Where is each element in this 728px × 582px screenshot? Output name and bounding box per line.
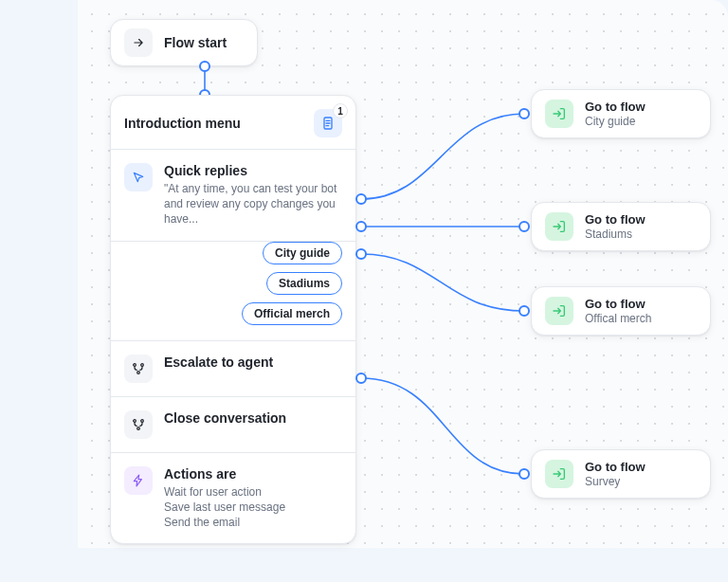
goto-label: Go to flow (585, 297, 651, 311)
goto-city-guide-node[interactable]: Go to flow City guide (531, 89, 711, 138)
close-conversation-block[interactable]: Close conversation (111, 397, 355, 453)
quick-replies-block[interactable]: Quick replies "At any time, you can test… (111, 150, 355, 242)
port-chip-official-merch[interactable] (355, 248, 367, 260)
svg-point-4 (134, 419, 136, 422)
goto-official-merch-sub: Offical merch (585, 312, 651, 325)
actions-title: Actions are (164, 466, 285, 482)
port-goto-stadiums-in[interactable] (519, 221, 530, 232)
intro-menu-node[interactable]: Introduction menu 1 Quick replies "At an… (110, 95, 356, 544)
goto-stadiums-sub: Stadiums (585, 227, 646, 241)
route-icon (124, 355, 153, 383)
enter-icon (545, 100, 573, 128)
close-conversation-label: Close conversation (164, 410, 286, 426)
goto-stadiums-node[interactable]: Go to flow Stadiums (531, 202, 711, 251)
port-chip-stadiums[interactable] (355, 221, 367, 232)
actions-block[interactable]: Actions are Wait for user action Save la… (111, 453, 355, 544)
port-flowstart-out[interactable] (199, 61, 210, 72)
goto-label: Go to flow (585, 460, 646, 474)
quick-reply-chips: City guide Stadiums Official merch (111, 242, 355, 340)
port-chip-city-guide[interactable] (355, 193, 367, 205)
enter-icon (545, 212, 573, 241)
svg-point-3 (137, 371, 140, 373)
svg-point-5 (141, 419, 144, 422)
doc-badge-count: 1 (333, 103, 348, 118)
intro-title: Introduction menu (124, 116, 241, 131)
intro-header: Introduction menu 1 (111, 96, 355, 150)
quick-replies-subtitle: "At any time, you can test your bot and … (164, 181, 342, 227)
flow-start-label: Flow start (164, 35, 227, 50)
port-goto-official-merch-in[interactable] (519, 305, 530, 317)
svg-point-6 (137, 427, 140, 429)
goto-official-merch-node[interactable]: Go to flow Offical merch (531, 286, 711, 336)
chip-stadiums[interactable]: Stadiums (266, 272, 342, 295)
flow-canvas[interactable]: Flow start Introduction menu 1 Quick rep… (0, 0, 728, 582)
route-icon (124, 410, 153, 439)
chip-official-merch[interactable]: Official merch (242, 302, 342, 325)
escalate-label: Escalate to agent (164, 355, 273, 370)
actions-line-1: Wait for user action (164, 484, 285, 500)
svg-point-1 (134, 363, 136, 366)
actions-line-2: Save last user message (164, 500, 285, 515)
port-goto-city-guide-in[interactable] (519, 108, 530, 119)
port-close-conversation-out[interactable] (355, 373, 367, 384)
port-goto-survey-in[interactable] (519, 468, 530, 480)
goto-label: Go to flow (585, 100, 646, 114)
enter-icon (545, 460, 573, 488)
chip-city-guide[interactable]: City guide (263, 242, 342, 264)
escalate-block[interactable]: Escalate to agent (111, 340, 355, 397)
actions-line-3: Send the email (164, 515, 285, 530)
goto-survey-sub: Survey (585, 475, 646, 488)
lightning-icon (124, 466, 153, 495)
flow-start-node[interactable]: Flow start (110, 19, 258, 66)
goto-survey-node[interactable]: Go to flow Survey (531, 449, 711, 499)
cursor-icon (124, 163, 153, 191)
goto-city-guide-sub: City guide (585, 115, 646, 128)
quick-replies-title: Quick replies (164, 163, 342, 178)
svg-point-2 (141, 363, 144, 366)
enter-icon (545, 297, 573, 325)
arrow-right-icon (124, 28, 153, 57)
document-icon[interactable]: 1 (314, 109, 342, 137)
goto-label: Go to flow (585, 212, 646, 227)
